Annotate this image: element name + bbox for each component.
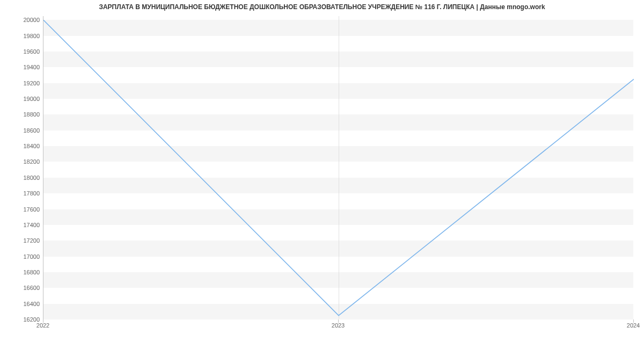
y-tick-label: 16600 <box>8 285 40 291</box>
y-tick-label: 18000 <box>8 174 40 181</box>
y-tick-label: 17200 <box>8 237 40 244</box>
y-tick-label: 19200 <box>8 80 40 86</box>
line-layer <box>43 16 634 319</box>
x-tick-label: 2022 <box>36 322 49 329</box>
chart-title: ЗАРПЛАТА В МУНИЦИПАЛЬНОЕ БЮДЖЕТНОЕ ДОШКО… <box>0 3 644 11</box>
y-tick-label: 16800 <box>8 269 40 275</box>
plot-area <box>43 16 633 319</box>
y-tick-label: 16200 <box>8 316 40 323</box>
y-tick-label: 17800 <box>8 190 40 197</box>
y-tick-label: 17000 <box>8 253 40 260</box>
y-tick-label: 17600 <box>8 206 40 213</box>
x-tick-mark <box>633 319 634 323</box>
salary-line-chart: ЗАРПЛАТА В МУНИЦИПАЛЬНОЕ БЮДЖЕТНОЕ ДОШКО… <box>0 0 644 349</box>
y-tick-label: 19000 <box>8 96 40 102</box>
y-tick-label: 18400 <box>8 143 40 149</box>
y-tick-label: 16400 <box>8 301 40 307</box>
x-tick-label: 2024 <box>627 322 640 329</box>
x-tick-mark <box>338 319 339 323</box>
y-tick-label: 18600 <box>8 127 40 134</box>
y-tick-label: 20000 <box>8 17 40 23</box>
data-line <box>43 20 634 315</box>
y-tick-label: 19800 <box>8 33 40 39</box>
y-tick-label: 18800 <box>8 111 40 118</box>
y-tick-label: 18200 <box>8 158 40 165</box>
y-tick-label: 19600 <box>8 48 40 55</box>
x-tick-mark <box>43 319 43 323</box>
x-tick-label: 2023 <box>332 322 345 329</box>
y-tick-label: 19400 <box>8 64 40 70</box>
y-tick-label: 17400 <box>8 222 40 228</box>
